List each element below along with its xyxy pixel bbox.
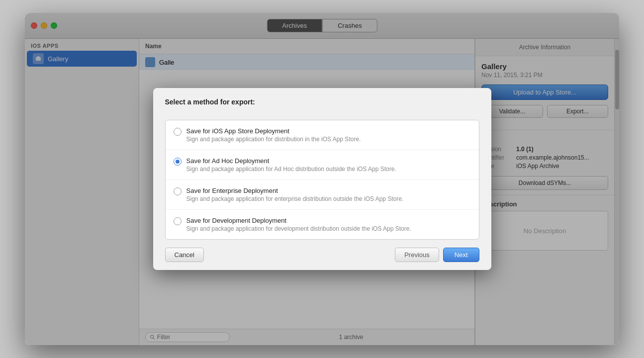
radio-app-store <box>174 128 182 136</box>
option-desc-ad-hoc: Sign and package application for Ad Hoc … <box>186 166 396 173</box>
option-label-app-store: Save for iOS App Store Deployment <box>186 127 361 135</box>
export-modal: Select a method for export: Save for iOS… <box>153 88 491 270</box>
option-app-store[interactable]: Save for iOS App Store Deployment Sign a… <box>166 120 479 150</box>
option-enterprise[interactable]: Save for Enterprise Deployment Sign and … <box>166 180 479 210</box>
modal-overlay: Select a method for export: Save for iOS… <box>25 13 619 345</box>
option-desc-app-store: Sign and package application for distrib… <box>186 136 361 143</box>
option-desc-enterprise: Sign and package application for enterpr… <box>186 195 404 202</box>
modal-title: Select a method for export: <box>165 98 479 106</box>
radio-enterprise <box>174 187 182 195</box>
option-text-app-store: Save for iOS App Store Deployment Sign a… <box>186 127 361 143</box>
modal-options: Save for iOS App Store Deployment Sign a… <box>165 120 479 240</box>
radio-development <box>174 217 182 225</box>
modal-header: Select a method for export: <box>153 88 491 120</box>
option-text-ad-hoc: Save for Ad Hoc Deployment Sign and pack… <box>186 157 396 173</box>
option-label-enterprise: Save for Enterprise Deployment <box>186 187 404 194</box>
radio-ad-hoc <box>174 158 182 166</box>
previous-button[interactable]: Previous <box>395 248 439 262</box>
main-window: Archives Crashes iOS Apps Gallery Name <box>25 13 619 345</box>
cancel-button[interactable]: Cancel <box>165 248 204 262</box>
option-ad-hoc[interactable]: Save for Ad Hoc Deployment Sign and pack… <box>166 150 479 180</box>
option-text-enterprise: Save for Enterprise Deployment Sign and … <box>186 187 404 202</box>
option-desc-development: Sign and package application for develop… <box>186 225 411 232</box>
option-label-development: Save for Development Deployment <box>186 217 411 224</box>
modal-footer: Cancel Previous Next <box>153 240 491 270</box>
option-development[interactable]: Save for Development Deployment Sign and… <box>166 210 479 239</box>
option-label-ad-hoc: Save for Ad Hoc Deployment <box>186 157 396 165</box>
modal-footer-right: Previous Next <box>395 248 479 262</box>
next-button[interactable]: Next <box>443 248 479 262</box>
option-text-development: Save for Development Deployment Sign and… <box>186 217 411 232</box>
